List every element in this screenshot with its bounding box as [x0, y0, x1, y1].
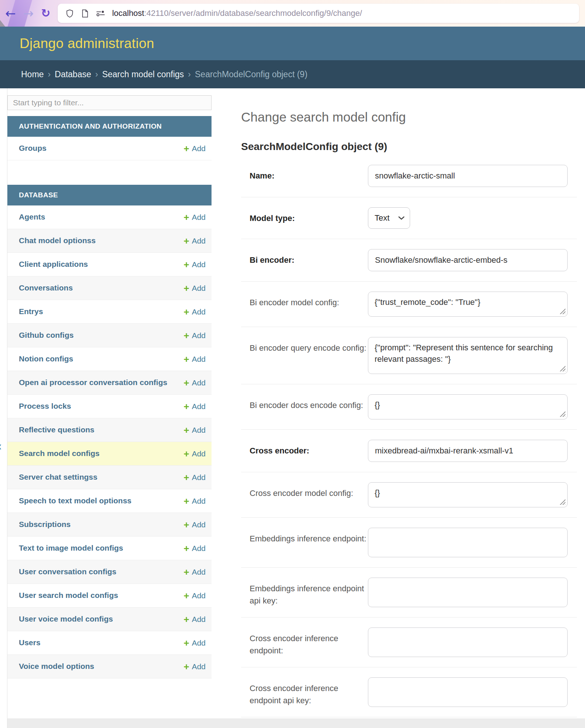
- page-icon[interactable]: [81, 9, 89, 18]
- plus-icon: +: [183, 283, 189, 293]
- sidebar-link-user-conversation-configs[interactable]: User conversation configs: [19, 567, 116, 577]
- input-name[interactable]: [368, 165, 568, 187]
- site-title[interactable]: Django administration: [20, 36, 154, 51]
- add-link-voice-model-options[interactable]: +Add: [183, 662, 206, 671]
- input-embeddings-inference-endpoint-api-key[interactable]: [368, 578, 568, 607]
- sidebar-collapse-icon[interactable]: ‹: [0, 439, 1, 453]
- add-link-speech-to-text-model-optionss[interactable]: +Add: [183, 496, 206, 506]
- shield-icon[interactable]: [65, 9, 74, 18]
- plus-icon: +: [183, 449, 189, 459]
- sidebar-filter-input[interactable]: [7, 95, 212, 110]
- field-label-bi-encoder-model-config: Bi encoder model config:: [250, 292, 368, 317]
- input-cross-encoder-inference-endpoint[interactable]: [368, 627, 568, 657]
- input-cross-encoder[interactable]: [368, 440, 568, 462]
- sidebar-link-notion-configs[interactable]: Notion configs: [19, 354, 73, 364]
- breadcrumb: Home›Database›Search model configs›Searc…: [0, 60, 585, 88]
- plus-icon: +: [183, 378, 189, 388]
- sidebar-link-search-model-configs[interactable]: Search model configs: [19, 448, 99, 459]
- add-link-subscriptions[interactable]: +Add: [183, 520, 206, 530]
- sidebar-item-entrys: Entrys+Add: [7, 300, 212, 324]
- add-link-github-configs[interactable]: +Add: [183, 331, 206, 340]
- nav-sidebar: AUTHENTICATION AND AUTHORIZATIONGroups+A…: [7, 88, 212, 728]
- add-link-conversations[interactable]: +Add: [183, 283, 206, 293]
- sidebar-link-voice-model-options[interactable]: Voice model options: [19, 661, 94, 671]
- sidebar-link-github-configs[interactable]: Github configs: [19, 330, 74, 340]
- add-link-reflective-questions[interactable]: +Add: [183, 425, 206, 435]
- add-label: Add: [192, 331, 206, 340]
- breadcrumb-separator: ›: [188, 69, 191, 79]
- input-embeddings-inference-endpoint[interactable]: [368, 528, 568, 557]
- sidebar-link-text-to-image-model-configs[interactable]: Text to image model configs: [19, 543, 123, 553]
- object-title: SearchModelConfig object (9): [241, 141, 577, 153]
- sidebar-toggle-column: ‹: [0, 88, 7, 728]
- sidebar-link-open-ai-processor-conversation-configs[interactable]: Open ai processor conversation configs: [19, 377, 167, 388]
- breadcrumb-link-search-model-configs[interactable]: Search model configs: [102, 69, 184, 79]
- add-link-groups[interactable]: +Add: [183, 144, 206, 153]
- field-label-embeddings-inference-endpoint: Embeddings inference endpoint:: [250, 528, 368, 557]
- main-panel: Change search model config SearchModelCo…: [212, 88, 585, 728]
- sidebar-item-subscriptions: Subscriptions+Add: [7, 513, 212, 537]
- field-control: [368, 627, 577, 657]
- add-link-open-ai-processor-conversation-configs[interactable]: +Add: [183, 378, 206, 388]
- sidebar-link-groups[interactable]: Groups: [19, 143, 47, 153]
- sidebar-link-subscriptions[interactable]: Subscriptions: [19, 519, 71, 530]
- sidebar-item-voice-model-options: Voice model options+Add: [7, 655, 212, 678]
- sidebar-link-entrys[interactable]: Entrys: [19, 306, 43, 317]
- select-value: Text: [375, 213, 389, 223]
- sidebar-link-conversations[interactable]: Conversations: [19, 283, 73, 293]
- add-link-users[interactable]: +Add: [183, 638, 206, 648]
- add-link-user-search-model-configs[interactable]: +Add: [183, 591, 206, 601]
- module-caption: DATABASE: [7, 185, 212, 205]
- address-bar[interactable]: localhost:42110/server/admin/database/se…: [58, 4, 579, 23]
- field-label-bi-encoder-docs-encode-config: Bi encoder docs encode config:: [250, 394, 368, 419]
- plus-icon: +: [183, 662, 189, 671]
- sidebar-link-reflective-questions[interactable]: Reflective questions: [19, 425, 94, 435]
- url-path: :42110/server/admin/database/searchmodel…: [144, 8, 362, 18]
- field-control: [368, 677, 577, 707]
- input-bi-encoder[interactable]: [368, 249, 568, 271]
- add-label: Add: [192, 662, 206, 671]
- sidebar-item-user-voice-model-configs: User voice model configs+Add: [7, 608, 212, 631]
- forward-icon[interactable]: →: [23, 7, 34, 20]
- add-link-entrys[interactable]: +Add: [183, 307, 206, 317]
- textarea-bi-encoder-model-config[interactable]: [368, 292, 568, 317]
- add-link-search-model-configs[interactable]: +Add: [183, 449, 206, 459]
- add-link-server-chat-settingss[interactable]: +Add: [183, 473, 206, 482]
- add-link-user-conversation-configs[interactable]: +Add: [183, 567, 206, 577]
- plus-icon: +: [183, 638, 189, 648]
- sidebar-link-users[interactable]: Users: [19, 637, 40, 648]
- add-link-agents[interactable]: +Add: [183, 212, 206, 222]
- browser-toolbar: ← → ↻ localhost:42110/server/admin/datab…: [0, 0, 585, 27]
- sidebar-link-chat-model-optionss[interactable]: Chat model optionss: [19, 235, 96, 246]
- textarea-bi-encoder-docs-encode-config[interactable]: [368, 394, 568, 419]
- add-link-process-locks[interactable]: +Add: [183, 402, 206, 411]
- breadcrumb-link-home[interactable]: Home: [21, 69, 44, 79]
- plus-icon: +: [183, 591, 189, 601]
- add-link-client-applications[interactable]: +Add: [183, 260, 206, 269]
- plus-icon: +: [183, 473, 189, 482]
- textarea-bi-encoder-query-encode-config[interactable]: [368, 337, 568, 374]
- sidebar-item-chat-model-optionss: Chat model optionss+Add: [7, 229, 212, 253]
- reload-icon[interactable]: ↻: [41, 8, 50, 19]
- input-cross-encoder-inference-endpoint-api-key[interactable]: [368, 677, 568, 707]
- textarea-cross-encoder-model-config[interactable]: [368, 482, 568, 507]
- sidebar-link-speech-to-text-model-optionss[interactable]: Speech to text model optionss: [19, 496, 132, 506]
- change-form: Name:Model type:TextBi encoder:Bi encode…: [241, 155, 577, 728]
- add-link-user-voice-model-configs[interactable]: +Add: [183, 615, 206, 624]
- sidebar-link-user-voice-model-configs[interactable]: User voice model configs: [19, 614, 113, 624]
- add-link-notion-configs[interactable]: +Add: [183, 354, 206, 364]
- select-model-type[interactable]: Text: [368, 207, 410, 229]
- breadcrumb-link-database[interactable]: Database: [55, 69, 91, 79]
- add-link-text-to-image-model-configs[interactable]: +Add: [183, 544, 206, 553]
- add-link-chat-model-optionss[interactable]: +Add: [183, 236, 206, 246]
- sidebar-link-server-chat-settingss[interactable]: Server chat settingss: [19, 472, 97, 482]
- permissions-icon[interactable]: [95, 9, 106, 17]
- sidebar-link-client-applications[interactable]: Client applications: [19, 259, 88, 269]
- sidebar-link-agents[interactable]: Agents: [19, 212, 45, 222]
- back-icon[interactable]: ←: [5, 7, 16, 20]
- sidebar-link-process-locks[interactable]: Process locks: [19, 401, 71, 411]
- add-label: Add: [192, 426, 206, 435]
- form-row-cross-encoder-inference-endpoint: Cross encoder inference endpoint:: [241, 618, 577, 667]
- sidebar-link-user-search-model-configs[interactable]: User search model configs: [19, 590, 118, 601]
- form-row-embeddings-inference-endpoint-api-key: Embeddings inference endpoint api key:: [241, 568, 577, 618]
